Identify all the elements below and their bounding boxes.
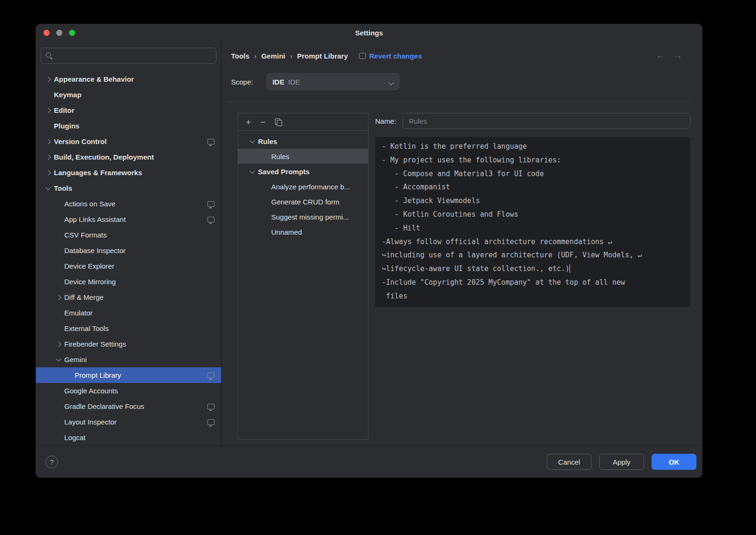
sidebar-item-firebender-settings[interactable]: Firebender Settings: [36, 336, 221, 352]
search-input[interactable]: [56, 51, 212, 60]
sidebar-item-prompt-library[interactable]: Prompt Library: [36, 367, 221, 383]
revert-changes[interactable]: Revert changes: [359, 52, 422, 60]
sidebar-item-label: Actions on Save: [64, 200, 115, 208]
breadcrumb-tools[interactable]: Tools: [231, 52, 249, 60]
sidebar-item-app-links-assistant[interactable]: App Links Assistant: [36, 212, 221, 227]
settings-search[interactable]: [41, 48, 216, 64]
prompt-item-label: Unnamed: [271, 228, 302, 236]
cancel-button[interactable]: Cancel: [547, 454, 592, 470]
prompt-text-line: files: [382, 289, 684, 303]
prompt-item-suggest-missing-permi[interactable]: Suggest missing permi...: [238, 209, 368, 224]
search-icon: [45, 52, 53, 59]
sidebar-item-tools[interactable]: Tools: [36, 180, 221, 196]
sidebar-item-external-tools[interactable]: External Tools: [36, 321, 221, 336]
sidebar-item-label: Gradle Declarative Focus: [64, 402, 144, 410]
screen-icon: [207, 419, 215, 425]
prompt-text-line: - Hilt: [382, 221, 684, 235]
chevron-down-icon[interactable]: [53, 358, 64, 361]
sidebar-item-diff-merge[interactable]: Diff & Merge: [36, 289, 221, 305]
prompt-item-label: Generate CRUD form: [271, 198, 339, 206]
chevron-right-icon[interactable]: [43, 109, 54, 112]
prompt-text-editor[interactable]: - Kotlin is the preferred language- My p…: [375, 137, 690, 307]
sidebar-item-appearance-behavior[interactable]: Appearance & Behavior: [36, 71, 221, 87]
sidebar-item-gradle-declarative-focus[interactable]: Gradle Declarative Focus: [36, 399, 221, 414]
prompt-text-line: - Compose and Material3 for UI code: [382, 167, 684, 181]
sidebar-item-label: Gemini: [64, 356, 87, 364]
sidebar-item-label: CSV Formats: [64, 231, 107, 239]
scope-value: IDE: [288, 78, 300, 86]
prompt-item-rules[interactable]: Rules: [238, 149, 368, 164]
breadcrumb-prompt-library: Prompt Library: [297, 52, 348, 60]
sidebar-item-label: Database Inspector: [64, 246, 126, 255]
chevron-right-icon[interactable]: [43, 77, 54, 81]
chevron-right-icon[interactable]: [53, 296, 64, 299]
sidebar-item-device-explorer[interactable]: Device Explorer: [36, 258, 221, 274]
scope-dropdown[interactable]: IDE IDE: [266, 73, 399, 90]
scope-label: Scope:: [231, 78, 253, 86]
chevron-down-icon[interactable]: [43, 187, 54, 189]
scope-row: Scope: IDE IDE: [222, 73, 702, 90]
prompt-text-line: ↪lifecycle-aware UI state collection., e…: [382, 262, 684, 276]
revert-changes-link[interactable]: Revert changes: [369, 52, 422, 60]
chevron-down-icon[interactable]: [247, 170, 258, 173]
chevron-right-icon[interactable]: [53, 342, 64, 346]
chevron-right-icon[interactable]: [43, 155, 54, 159]
sidebar-item-layout-inspector[interactable]: Layout Inspector: [36, 414, 221, 430]
sidebar-item-label: Prompt Library: [75, 371, 121, 379]
ok-button[interactable]: OK: [652, 454, 696, 470]
sidebar-item-csv-formats[interactable]: CSV Formats: [36, 227, 221, 243]
chevron-right-icon[interactable]: [43, 140, 54, 144]
back-arrow-icon[interactable]: ←: [656, 51, 665, 61]
chevron-down-icon[interactable]: [247, 140, 258, 143]
remove-prompt-button[interactable]: −: [260, 118, 266, 127]
prompt-item-analyze-performance-b[interactable]: Analyze performance b...: [238, 179, 368, 194]
prompt-text-line: -Always follow official architecture rec…: [382, 235, 684, 249]
sidebar-item-google-accounts[interactable]: Google Accounts: [36, 383, 221, 399]
sidebar-item-editor[interactable]: Editor: [36, 102, 221, 118]
prompt-name-input[interactable]: [403, 113, 690, 129]
screen-icon: [207, 201, 215, 207]
settings-content: Tools › Gemini › Prompt Library Revert c…: [222, 42, 702, 446]
prompt-editor-pane: Name: - Kotlin is the preferred language…: [375, 113, 690, 307]
sidebar-item-version-control[interactable]: Version Control: [36, 134, 221, 149]
sidebar-item-device-mirroring[interactable]: Device Mirroring: [36, 274, 221, 289]
prompt-group-label: Saved Prompts: [258, 168, 309, 176]
prompt-text-line: -Include "Copyright 2025 MyCompany" at t…: [382, 276, 684, 289]
prompt-text-line: - My project uses the following librarie…: [382, 153, 684, 167]
prompt-list-toolbar: + −: [238, 113, 368, 131]
sidebar-item-plugins[interactable]: Plugins: [36, 118, 221, 134]
sidebar-item-label: Appearance & Behavior: [54, 75, 134, 83]
sidebar-item-label: Logcat: [64, 433, 86, 442]
sidebar-item-keymap[interactable]: Keymap: [36, 87, 221, 102]
prompt-group-rules[interactable]: Rules: [238, 134, 368, 149]
prompt-group-saved-prompts[interactable]: Saved Prompts: [238, 164, 368, 179]
help-button[interactable]: ?: [45, 456, 58, 468]
sidebar-item-actions-on-save[interactable]: Actions on Save: [36, 196, 221, 212]
sidebar-item-database-inspector[interactable]: Database Inspector: [36, 243, 221, 258]
apply-button[interactable]: Apply: [599, 454, 644, 470]
sidebar-item-label: Keymap: [54, 91, 81, 99]
sidebar-item-label: Version Control: [54, 137, 107, 145]
sidebar-item-label: Languages & Frameworks: [54, 169, 142, 177]
breadcrumb-gemini[interactable]: Gemini: [261, 52, 285, 60]
sidebar-item-logcat[interactable]: Logcat: [36, 430, 221, 445]
divider: [228, 102, 690, 102]
sidebar-item-gemini[interactable]: Gemini: [36, 352, 221, 367]
add-prompt-button[interactable]: +: [246, 118, 251, 127]
prompt-text-line: - Kotlin is the preferred language: [382, 140, 684, 153]
chevron-down-icon: [389, 78, 393, 86]
sidebar-item-label: Tools: [54, 184, 72, 192]
prompt-item-generate-crud-form[interactable]: Generate CRUD form: [238, 194, 368, 209]
sidebar-item-label: Diff & Merge: [64, 293, 103, 301]
chevron-right-icon[interactable]: [43, 171, 54, 175]
prompt-list-panel: + − RulesRulesSaved PromptsAnalyze perfo…: [238, 113, 369, 440]
screen-icon: [207, 217, 215, 222]
forward-arrow-icon[interactable]: →: [673, 51, 682, 61]
sidebar-item-build-execution-deployment[interactable]: Build, Execution, Deployment: [36, 149, 221, 165]
sidebar-item-label: App Links Assistant: [64, 215, 126, 223]
copy-prompt-button[interactable]: [275, 119, 282, 126]
settings-tree: Appearance & BehaviorKeymapEditorPlugins…: [36, 71, 221, 445]
sidebar-item-emulator[interactable]: Emulator: [36, 305, 221, 321]
prompt-item-unnamed[interactable]: Unnamed: [238, 224, 368, 239]
sidebar-item-languages-frameworks[interactable]: Languages & Frameworks: [36, 165, 221, 180]
